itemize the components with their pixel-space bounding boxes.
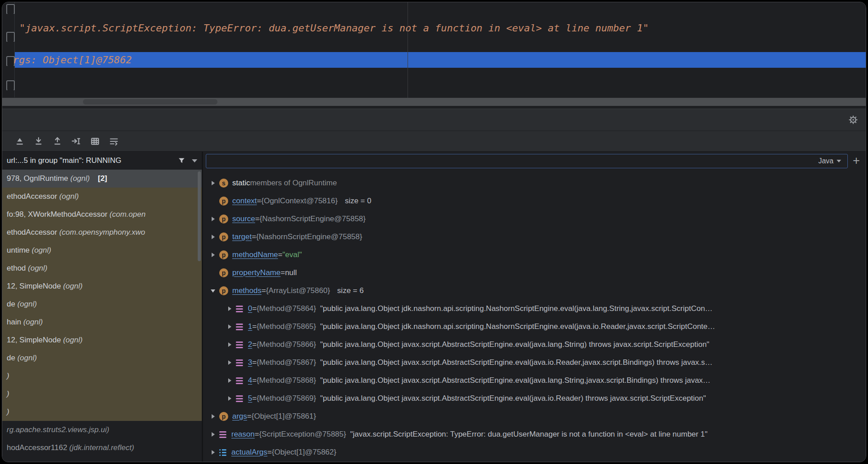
expand-chevron-icon[interactable] — [224, 324, 235, 329]
variable-name[interactable]: 3 — [248, 358, 252, 367]
expand-chevron-icon[interactable] — [224, 360, 235, 365]
frame-row[interactable]: 12, SimpleNode (ognl) — [2, 331, 202, 349]
variable-row[interactable]: pmethodName = "eval" — [203, 246, 866, 264]
variable-name[interactable]: 0 — [248, 304, 252, 313]
customize-views-button[interactable] — [108, 136, 120, 147]
variable-size: size = 0 — [345, 197, 371, 206]
frame-location: ethodAccessor — [7, 192, 59, 201]
frame-row[interactable]: hain (ognl) — [2, 313, 202, 331]
selected-code-line[interactable]: rgs: Object[1]@75862 — [15, 52, 866, 68]
frame-row[interactable]: untime (ognl) — [2, 241, 202, 259]
frame-row[interactable]: ) — [2, 367, 202, 385]
settings-button[interactable] — [848, 114, 859, 125]
variable-name[interactable]: source — [232, 214, 255, 223]
threads-and-variables-view: url:...5 in group "main": RUNNING 978, O… — [2, 151, 866, 462]
step-out-button[interactable] — [52, 136, 63, 147]
variable-name[interactable]: actualArgs — [231, 448, 267, 457]
method-icon — [219, 430, 227, 439]
variable-dim: members of OgnlRuntime — [250, 179, 337, 188]
frame-row[interactable]: rg.apache.struts2.views.jsp.ui) — [2, 421, 202, 439]
expand-chevron-icon[interactable] — [224, 342, 235, 347]
variable-row[interactable]: reason = {ScriptException@75885}"javax.s… — [203, 425, 866, 443]
frame-row[interactable]: de (ognl) — [2, 295, 202, 313]
expand-chevron-icon[interactable] — [224, 378, 235, 383]
variable-name[interactable]: 1 — [248, 322, 252, 331]
variable-name[interactable]: target — [232, 232, 252, 241]
step-into-button[interactable] — [33, 136, 44, 147]
variable-name[interactable]: propertyName — [232, 268, 281, 277]
variable-name[interactable]: methodName — [232, 250, 278, 259]
variables-pane: Java + sstatic members of OgnlRuntimepco… — [203, 152, 866, 462]
variable-name[interactable]: reason — [231, 430, 255, 439]
chevron-down-icon[interactable] — [192, 159, 197, 162]
variable-row[interactable]: 3 = {Method@75867}"public java.lang.Obje… — [203, 354, 866, 372]
variable-name[interactable]: 2 — [248, 340, 252, 349]
frame-row[interactable]: ) — [2, 385, 202, 403]
frame-row[interactable]: ) — [2, 403, 202, 421]
frame-package: (ognl) — [28, 264, 47, 272]
variable-row[interactable]: sstatic members of OgnlRuntime — [203, 174, 866, 192]
scrollbar-thumb[interactable] — [83, 99, 217, 105]
view-as-table-icon — [90, 136, 100, 146]
editor-pane: "javax.script.ScriptException: TypeError… — [2, 2, 866, 109]
scrollbar-thumb[interactable] — [198, 171, 201, 261]
frame-package: (ognl) — [32, 246, 51, 254]
variable-ref: {Method@75865} — [256, 322, 316, 331]
bookmark-icon[interactable] — [6, 80, 15, 91]
variable-row[interactable]: 0 = {Method@75864}"public java.lang.Obje… — [203, 300, 866, 318]
evaluate-expression-input[interactable]: Java — [206, 154, 848, 168]
frame-row[interactable]: 12, SimpleNode (ognl) — [2, 277, 202, 295]
frame-location: untime — [7, 246, 32, 254]
variable-ref: {Method@75864} — [256, 304, 316, 313]
expand-chevron-icon[interactable] — [224, 396, 235, 401]
frame-row[interactable]: 978, OgnlRuntime (ognl)[2] — [2, 170, 202, 188]
variable-row[interactable]: ppropertyName = null — [203, 264, 866, 282]
expand-chevron-icon[interactable] — [208, 253, 218, 257]
variable-name[interactable]: 4 — [248, 376, 252, 385]
variable-row[interactable]: 5 = {Method@75869}"public java.lang.Obje… — [203, 390, 866, 407]
expand-chevron-icon[interactable] — [208, 181, 218, 185]
variable-row[interactable]: actualArgs = {Object[1]@75862} — [203, 443, 866, 461]
expand-chevron-icon[interactable] — [208, 289, 218, 293]
expand-chevron-icon[interactable] — [224, 306, 235, 311]
property-icon: p — [219, 232, 228, 241]
variable-row[interactable]: 2 = {Method@75866}"public java.lang.Obje… — [203, 336, 866, 354]
frame-row[interactable]: hodAccessor1162 (jdk.internal.reflect) — [2, 439, 202, 457]
variable-ref: {Method@75866} — [256, 340, 316, 349]
show-execution-point-button[interactable] — [14, 136, 26, 147]
expand-chevron-icon[interactable] — [208, 235, 218, 239]
frame-row[interactable]: de (ognl) — [2, 349, 202, 367]
variable-name[interactable]: args — [232, 412, 247, 421]
frame-row[interactable]: ethodAccessor (ognl) — [2, 188, 202, 206]
horizontal-scrollbar[interactable] — [2, 98, 866, 106]
frame-row[interactable]: ethod (ognl) — [2, 259, 202, 277]
funnel-icon[interactable] — [178, 157, 186, 165]
variable-name[interactable]: context — [232, 197, 257, 206]
variable-row[interactable]: 4 = {Method@75868}"public java.lang.Obje… — [203, 372, 866, 390]
expand-chevron-icon[interactable] — [208, 450, 218, 455]
frame-package: ) — [7, 372, 9, 380]
frame-row[interactable]: fo:98, XWorkMethodAccessor (com.open — [2, 206, 202, 223]
variable-row[interactable]: pcontext = {OgnlContext@75816}size = 0 — [203, 192, 866, 210]
variable-row[interactable]: psource = {NashornScriptEngine@75858} — [203, 210, 866, 228]
variable-row[interactable]: ptarget = {NashornScriptEngine@75858} — [203, 228, 866, 246]
variable-name[interactable]: methods — [232, 286, 261, 295]
expand-chevron-icon[interactable] — [208, 414, 218, 419]
static-member-icon: s — [219, 179, 228, 188]
expand-chevron-icon[interactable] — [208, 432, 218, 437]
expand-chevron-icon[interactable] — [208, 217, 218, 221]
variable-row[interactable]: pargs = {Object[1]@75861} — [203, 407, 866, 425]
view-as-table-button[interactable] — [89, 136, 101, 147]
frame-row[interactable]: ethodAccessor (com.opensymphony.xwo — [2, 223, 202, 241]
variable-name[interactable]: 5 — [248, 394, 252, 403]
variable-str: "public java.lang.Object javax.script.Ab… — [320, 340, 709, 349]
variable-str: "public java.lang.Object jdk.nashorn.api… — [320, 322, 715, 331]
bookmark-icon[interactable] — [6, 4, 15, 14]
thread-selector[interactable]: url:...5 in group "main": RUNNING — [2, 152, 202, 170]
variable-ref: {Method@75869} — [256, 394, 316, 403]
variable-row[interactable]: 1 = {Method@75865}"public java.lang.Obje… — [203, 318, 866, 336]
variable-row[interactable]: pmethods = {ArrayList@75860}size = 6 — [203, 282, 866, 300]
add-watch-button[interactable]: + — [851, 155, 862, 167]
language-selector[interactable]: Java — [818, 157, 841, 165]
run-to-cursor-button[interactable] — [70, 136, 82, 147]
